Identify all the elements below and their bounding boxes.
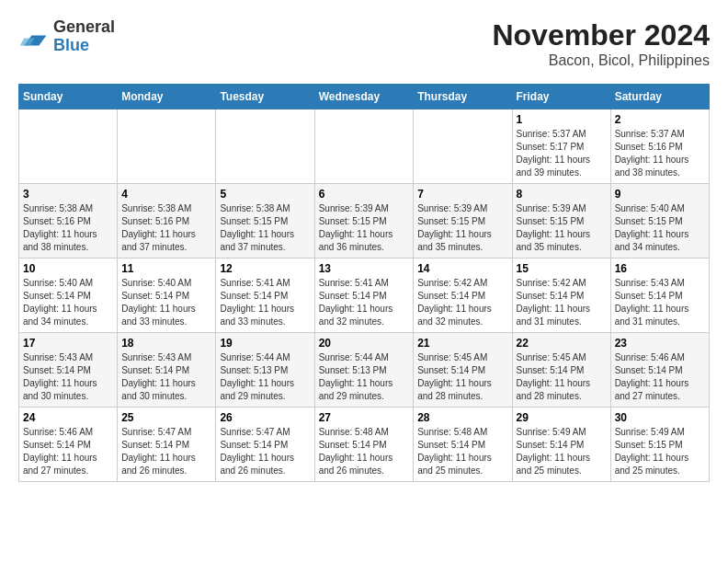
day-info: Sunrise: 5:48 AM Sunset: 5:14 PM Dayligh… <box>319 426 410 477</box>
calendar-cell: 14Sunrise: 5:42 AM Sunset: 5:14 PM Dayli… <box>414 259 512 333</box>
day-number: 8 <box>517 188 607 201</box>
logo-text: General Blue <box>53 18 115 55</box>
day-number: 1 <box>517 113 607 126</box>
day-info: Sunrise: 5:48 AM Sunset: 5:14 PM Dayligh… <box>417 426 507 477</box>
day-number: 30 <box>615 411 705 424</box>
calendar-cell: 8Sunrise: 5:39 AM Sunset: 5:15 PM Daylig… <box>512 184 610 259</box>
calendar-cell: 16Sunrise: 5:43 AM Sunset: 5:14 PM Dayli… <box>610 259 709 333</box>
day-number: 5 <box>220 188 310 201</box>
day-info: Sunrise: 5:40 AM Sunset: 5:14 PM Dayligh… <box>23 277 113 328</box>
day-number: 18 <box>121 337 211 350</box>
calendar-cell: 9Sunrise: 5:40 AM Sunset: 5:15 PM Daylig… <box>610 184 709 259</box>
calendar-week-4: 24Sunrise: 5:46 AM Sunset: 5:14 PM Dayli… <box>19 408 710 482</box>
day-number: 19 <box>220 337 310 350</box>
day-info: Sunrise: 5:42 AM Sunset: 5:14 PM Dayligh… <box>417 277 507 328</box>
day-number: 11 <box>121 262 211 275</box>
day-header-sunday: Sunday <box>19 85 118 109</box>
day-info: Sunrise: 5:46 AM Sunset: 5:14 PM Dayligh… <box>615 351 705 403</box>
day-info: Sunrise: 5:46 AM Sunset: 5:14 PM Dayligh… <box>23 426 113 477</box>
day-number: 2 <box>615 113 705 126</box>
day-number: 7 <box>417 188 507 201</box>
calendar-week-1: 3Sunrise: 5:38 AM Sunset: 5:16 PM Daylig… <box>19 184 710 259</box>
day-info: Sunrise: 5:40 AM Sunset: 5:14 PM Dayligh… <box>121 277 211 328</box>
day-number: 25 <box>121 411 211 424</box>
day-number: 9 <box>615 188 705 201</box>
day-info: Sunrise: 5:39 AM Sunset: 5:15 PM Dayligh… <box>417 202 507 254</box>
day-info: Sunrise: 5:38 AM Sunset: 5:16 PM Dayligh… <box>121 202 211 254</box>
day-number: 17 <box>23 337 113 350</box>
calendar-week-0: 1Sunrise: 5:37 AM Sunset: 5:17 PM Daylig… <box>19 109 710 184</box>
calendar-cell: 2Sunrise: 5:37 AM Sunset: 5:16 PM Daylig… <box>610 109 709 184</box>
title-block: November 2024 Bacon, Bicol, Philippines <box>492 18 710 69</box>
day-number: 28 <box>417 411 507 424</box>
calendar-cell: 17Sunrise: 5:43 AM Sunset: 5:14 PM Dayli… <box>19 333 118 408</box>
calendar-cell: 23Sunrise: 5:46 AM Sunset: 5:14 PM Dayli… <box>610 333 709 408</box>
calendar-cell: 4Sunrise: 5:38 AM Sunset: 5:16 PM Daylig… <box>118 184 216 259</box>
calendar-cell: 22Sunrise: 5:45 AM Sunset: 5:14 PM Dayli… <box>512 333 610 408</box>
day-header-thursday: Thursday <box>414 85 512 109</box>
day-number: 14 <box>417 262 507 275</box>
logo-icon <box>18 22 48 52</box>
day-info: Sunrise: 5:45 AM Sunset: 5:14 PM Dayligh… <box>517 351 607 403</box>
day-info: Sunrise: 5:44 AM Sunset: 5:13 PM Dayligh… <box>319 351 410 403</box>
calendar-cell: 10Sunrise: 5:40 AM Sunset: 5:14 PM Dayli… <box>19 259 118 333</box>
calendar-week-2: 10Sunrise: 5:40 AM Sunset: 5:14 PM Dayli… <box>19 259 710 333</box>
calendar-cell: 25Sunrise: 5:47 AM Sunset: 5:14 PM Dayli… <box>118 408 216 482</box>
day-number: 15 <box>517 262 607 275</box>
calendar-cell: 7Sunrise: 5:39 AM Sunset: 5:15 PM Daylig… <box>414 184 512 259</box>
day-info: Sunrise: 5:44 AM Sunset: 5:13 PM Dayligh… <box>220 351 310 403</box>
page-header: General Blue November 2024 Bacon, Bicol,… <box>18 18 710 69</box>
day-number: 24 <box>23 411 113 424</box>
day-info: Sunrise: 5:40 AM Sunset: 5:15 PM Dayligh… <box>615 202 705 254</box>
calendar-cell: 24Sunrise: 5:46 AM Sunset: 5:14 PM Dayli… <box>19 408 118 482</box>
day-info: Sunrise: 5:38 AM Sunset: 5:15 PM Dayligh… <box>220 202 310 254</box>
day-header-tuesday: Tuesday <box>216 85 314 109</box>
day-info: Sunrise: 5:43 AM Sunset: 5:14 PM Dayligh… <box>615 277 705 328</box>
day-info: Sunrise: 5:41 AM Sunset: 5:14 PM Dayligh… <box>220 277 310 328</box>
calendar-cell: 21Sunrise: 5:45 AM Sunset: 5:14 PM Dayli… <box>414 333 512 408</box>
calendar-cell: 19Sunrise: 5:44 AM Sunset: 5:13 PM Dayli… <box>216 333 314 408</box>
calendar-cell: 28Sunrise: 5:48 AM Sunset: 5:14 PM Dayli… <box>414 408 512 482</box>
day-info: Sunrise: 5:47 AM Sunset: 5:14 PM Dayligh… <box>220 426 310 477</box>
day-number: 23 <box>615 337 705 350</box>
calendar-cell: 3Sunrise: 5:38 AM Sunset: 5:16 PM Daylig… <box>19 184 118 259</box>
day-info: Sunrise: 5:47 AM Sunset: 5:14 PM Dayligh… <box>121 426 211 477</box>
calendar-header-row: SundayMondayTuesdayWednesdayThursdayFrid… <box>19 85 710 109</box>
day-header-monday: Monday <box>118 85 216 109</box>
day-info: Sunrise: 5:39 AM Sunset: 5:15 PM Dayligh… <box>517 202 607 254</box>
day-header-friday: Friday <box>512 85 610 109</box>
calendar-week-3: 17Sunrise: 5:43 AM Sunset: 5:14 PM Dayli… <box>19 333 710 408</box>
calendar-cell: 29Sunrise: 5:49 AM Sunset: 5:14 PM Dayli… <box>512 408 610 482</box>
day-number: 26 <box>220 411 310 424</box>
calendar-cell: 5Sunrise: 5:38 AM Sunset: 5:15 PM Daylig… <box>216 184 314 259</box>
location: Bacon, Bicol, Philippines <box>492 52 710 69</box>
calendar-cell: 20Sunrise: 5:44 AM Sunset: 5:13 PM Dayli… <box>314 333 414 408</box>
calendar-cell <box>118 109 216 184</box>
logo: General Blue <box>18 18 115 55</box>
calendar-cell <box>314 109 414 184</box>
day-info: Sunrise: 5:45 AM Sunset: 5:14 PM Dayligh… <box>417 351 507 403</box>
day-number: 21 <box>417 337 507 350</box>
calendar-cell: 18Sunrise: 5:43 AM Sunset: 5:14 PM Dayli… <box>118 333 216 408</box>
calendar-cell: 15Sunrise: 5:42 AM Sunset: 5:14 PM Dayli… <box>512 259 610 333</box>
day-number: 29 <box>517 411 607 424</box>
day-number: 10 <box>23 262 113 275</box>
calendar-cell: 13Sunrise: 5:41 AM Sunset: 5:14 PM Dayli… <box>314 259 414 333</box>
day-number: 3 <box>23 188 113 201</box>
day-header-wednesday: Wednesday <box>314 85 414 109</box>
day-number: 16 <box>615 262 705 275</box>
day-info: Sunrise: 5:37 AM Sunset: 5:16 PM Dayligh… <box>615 128 705 179</box>
calendar-cell: 12Sunrise: 5:41 AM Sunset: 5:14 PM Dayli… <box>216 259 314 333</box>
day-number: 27 <box>319 411 410 424</box>
day-info: Sunrise: 5:49 AM Sunset: 5:14 PM Dayligh… <box>517 426 607 477</box>
calendar-cell <box>216 109 314 184</box>
day-info: Sunrise: 5:49 AM Sunset: 5:15 PM Dayligh… <box>615 426 705 477</box>
month-title: November 2024 <box>492 18 710 52</box>
day-info: Sunrise: 5:43 AM Sunset: 5:14 PM Dayligh… <box>121 351 211 403</box>
day-info: Sunrise: 5:42 AM Sunset: 5:14 PM Dayligh… <box>517 277 607 328</box>
day-number: 6 <box>319 188 410 201</box>
calendar-cell: 30Sunrise: 5:49 AM Sunset: 5:15 PM Dayli… <box>610 408 709 482</box>
day-number: 4 <box>121 188 211 201</box>
day-header-saturday: Saturday <box>610 85 709 109</box>
day-info: Sunrise: 5:37 AM Sunset: 5:17 PM Dayligh… <box>517 128 607 179</box>
